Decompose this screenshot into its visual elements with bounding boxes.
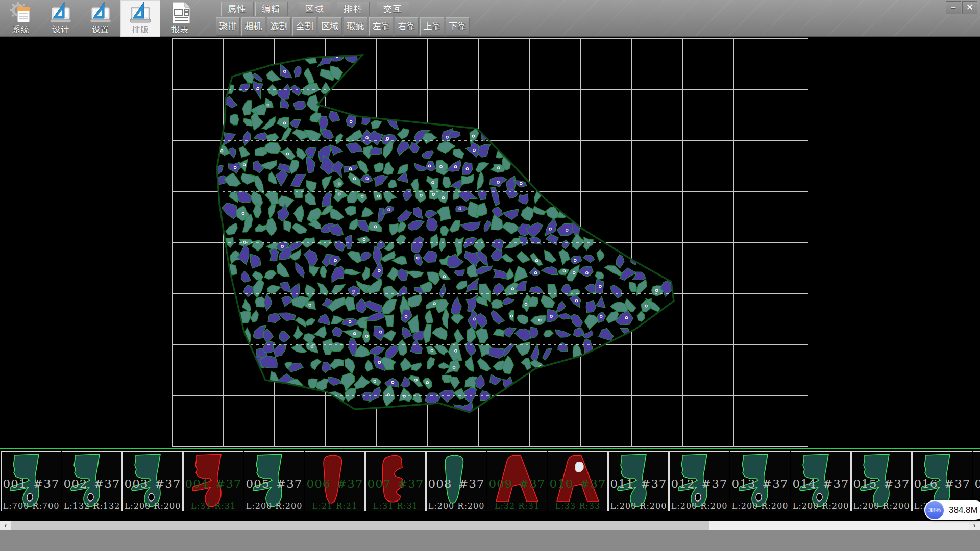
piece-lr-count: L:33 R:33 (548, 501, 607, 511)
memory-badge: 38% 384.8M (925, 500, 980, 520)
piece-lr-count: L:200 R:200 (730, 501, 790, 511)
piece-thumbnail-005_#37[interactable]: 005_#37L:200 R:200 (244, 451, 304, 511)
main-button-label: 设计 (41, 24, 81, 35)
status-footer (0, 530, 980, 551)
piece-id: 002_#37 (62, 477, 121, 490)
piece-lr-count: L:200 R:200 (123, 501, 182, 511)
close-button[interactable]: ✕ (962, 1, 977, 14)
piece-thumbnail-013_#37[interactable]: 013_#37L:200 R:200 (730, 451, 790, 511)
piece-lr-count: L:31 R:31 (366, 501, 425, 511)
tool-button-2[interactable]: 相机 (241, 17, 265, 36)
piece-lr-count: L:200 R:200 (244, 501, 304, 511)
piece-lr-count: L:200 R:200 (852, 501, 911, 511)
piece-thumbnail-010_#37[interactable]: 010_#37L:33 R:33 (548, 451, 608, 511)
report-icon (168, 1, 192, 24)
tool-button-5[interactable]: 区域 (318, 17, 342, 36)
minimize-button[interactable]: – (946, 1, 961, 14)
horizontal-scrollbar[interactable]: ‹ › (0, 521, 980, 530)
main-button-label: 系统 (1, 24, 41, 35)
main-button-2[interactable]: 设计 (41, 0, 81, 37)
piece-id: 001_#37 (2, 477, 61, 490)
tool-button-9[interactable]: 上靠 (420, 17, 444, 36)
piece-lr-count: L:200 R:200 (670, 501, 729, 511)
piece-thumbnail-002_#37[interactable]: 002_#37L:132 R:132 (62, 451, 122, 511)
nesting-drawing (0, 37, 980, 448)
system-icon (9, 1, 33, 24)
scrollbar-thumb[interactable] (11, 521, 709, 530)
piece-id: 012_#37 (670, 477, 729, 490)
layout-icon (129, 1, 152, 24)
piece-lr-count: L:132 R:132 (62, 501, 121, 511)
application-window: 系统设计设置排版报表 属性编辑区域排料交互 聚排相机选割全割区域瑕疵左靠右靠上靠… (0, 0, 980, 551)
piece-thumbnail-011_#37[interactable]: 011_#37L:200 R:200 (608, 451, 669, 511)
piece-thumbnail-008_#37[interactable]: 008_#37L:200 R:200 (426, 451, 486, 511)
tool-button-3[interactable]: 选割 (267, 17, 291, 36)
piece-id: 007_#37 (366, 477, 425, 490)
menu-tab-3[interactable]: 区域 (299, 2, 331, 16)
settings-icon (89, 1, 112, 24)
menu-tab-4[interactable]: 排料 (337, 2, 370, 16)
piece-id: 014_#37 (791, 477, 850, 490)
piece-thumbnail-strip: 001_#37L:700 R:700002_#37L:132 R:132003_… (0, 449, 980, 521)
piece-lr-count: L:32 R:31 (487, 501, 547, 511)
top-toolbar: 系统设计设置排版报表 属性编辑区域排料交互 聚排相机选割全割区域瑕疵左靠右靠上靠… (0, 0, 980, 37)
tool-button-7[interactable]: 左靠 (369, 17, 393, 36)
piece-id: 003_#37 (123, 477, 182, 490)
piece-thumbnail-003_#37[interactable]: 003_#37L:200 R:200 (122, 451, 183, 511)
tool-button-6[interactable]: 瑕疵 (344, 17, 368, 36)
piece-lr-count: L:700 R:700 (2, 501, 61, 511)
main-button-label: 排版 (120, 24, 160, 35)
piece-id: 008_#37 (427, 477, 486, 490)
piece-thumbnail-014_#37[interactable]: 014_#37L:200 R:200 (791, 451, 851, 511)
piece-thumbnail-006_#37[interactable]: 006_#37L:21 R:21 (305, 451, 365, 511)
nesting-canvas[interactable] (0, 37, 980, 448)
piece-id: 004_#37 (184, 477, 243, 490)
piece-lr-count: L:21 R:21 (305, 501, 364, 511)
memory-value: 384.8M (949, 505, 978, 515)
piece-id: 006_#37 (305, 477, 364, 490)
piece-thumbnail-007_#37[interactable]: 007_#37L:31 R:31 (365, 451, 426, 511)
piece-id: 005_#37 (244, 477, 304, 490)
piece-id: 017_#37 (973, 477, 980, 490)
main-button-5[interactable]: 报表 (160, 0, 200, 37)
main-button-3[interactable]: 设置 (81, 0, 120, 37)
piece-id: 016_#37 (913, 477, 972, 490)
tool-button-10[interactable]: 下靠 (446, 17, 470, 36)
piece-lr-count: L:200 R:200 (609, 501, 668, 511)
main-button-4[interactable]: 排版 (120, 0, 160, 37)
scroll-right-icon[interactable]: › (969, 521, 980, 530)
progress-circle: 38% (924, 500, 945, 520)
scroll-left-icon[interactable]: ‹ (0, 521, 11, 530)
piece-thumbnail-012_#37[interactable]: 012_#37L:200 R:200 (669, 451, 729, 511)
piece-id: 013_#37 (730, 477, 790, 490)
piece-lr-count: L:31 R:31 (184, 501, 243, 511)
tool-button-8[interactable]: 右靠 (395, 17, 419, 36)
piece-id: 009_#37 (487, 477, 547, 490)
piece-id: 015_#37 (852, 477, 911, 490)
piece-lr-count: L:200 R:200 (427, 501, 486, 511)
main-button-label: 设置 (81, 24, 120, 35)
menu-tab-5[interactable]: 交互 (377, 2, 409, 16)
main-button-1[interactable]: 系统 (1, 0, 41, 37)
tool-button-4[interactable]: 全割 (292, 17, 316, 36)
piece-thumbnail-015_#37[interactable]: 015_#37L:200 R:200 (851, 451, 912, 511)
piece-thumbnail-004_#37[interactable]: 004_#37L:31 R:31 (183, 451, 243, 511)
piece-id: 010_#37 (548, 477, 607, 490)
piece-id: 011_#37 (609, 477, 668, 490)
main-button-label: 报表 (160, 24, 200, 35)
design-icon (49, 1, 72, 24)
tool-button-1[interactable]: 聚排 (216, 17, 240, 36)
menu-tab-1[interactable]: 属性 (221, 2, 254, 16)
piece-lr-count: L:200 R:200 (791, 501, 850, 511)
piece-thumbnail-001_#37[interactable]: 001_#37L:700 R:700 (1, 451, 61, 511)
menu-tab-2[interactable]: 编辑 (255, 2, 288, 16)
piece-thumbnail-009_#37[interactable]: 009_#37L:32 R:31 (487, 451, 547, 511)
